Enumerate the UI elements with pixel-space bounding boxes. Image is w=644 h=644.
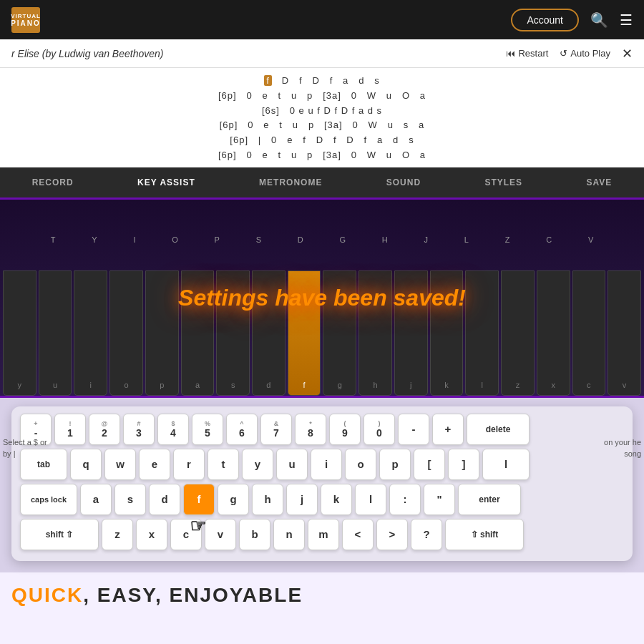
key-f[interactable]: f ☞ bbox=[183, 484, 215, 515]
key-z[interactable]: z bbox=[102, 519, 133, 550]
keyboard-container: Select a $ or by | on your he song + - !… bbox=[0, 398, 644, 572]
key-x[interactable]: x bbox=[136, 519, 167, 550]
key-b[interactable]: b bbox=[239, 519, 270, 550]
key-q[interactable]: q bbox=[70, 449, 102, 480]
piano-label-C: C bbox=[546, 235, 552, 244]
piano-area: T Y I O P S D G H J L Z C V Settings hav… bbox=[0, 197, 644, 398]
highlighted-f: f bbox=[264, 75, 272, 86]
sheet-line-4: [6p] 0 e t u p [3a] 0 W u s a bbox=[0, 118, 644, 133]
header: VIRTUAL PIANO Account 🔍 ☰ bbox=[0, 0, 644, 39]
bottom-section: QUICK, EASY, ENJOYABLE bbox=[0, 572, 644, 618]
close-button[interactable]: ✕ bbox=[622, 46, 633, 62]
key-h[interactable]: h bbox=[252, 484, 283, 515]
key-l[interactable]: l bbox=[355, 484, 386, 515]
toolbar-styles[interactable]: STYLES bbox=[479, 175, 528, 190]
toolbar-record[interactable]: RECORD bbox=[26, 175, 79, 190]
logo: VIRTUAL PIANO bbox=[11, 7, 40, 33]
search-icon[interactable]: 🔍 bbox=[590, 11, 608, 29]
key-w[interactable]: w bbox=[104, 449, 136, 480]
piano-key-y[interactable]: y bbox=[3, 270, 36, 396]
key-enter[interactable]: enter bbox=[458, 484, 521, 515]
key-semicolon[interactable]: : bbox=[389, 484, 421, 515]
key-n[interactable]: n bbox=[273, 519, 305, 550]
key-e[interactable]: e bbox=[139, 449, 170, 480]
header-right: Account 🔍 ☰ bbox=[511, 9, 633, 31]
account-button[interactable]: Account bbox=[511, 9, 579, 31]
piano-label-J: J bbox=[424, 235, 429, 244]
toolbar-key-assist[interactable]: KEY ASSIST bbox=[132, 175, 201, 190]
key-k[interactable]: k bbox=[321, 484, 352, 515]
key-rbracket[interactable]: ] bbox=[448, 449, 479, 480]
piano-key-v[interactable]: v bbox=[608, 270, 641, 396]
key-t[interactable]: t bbox=[208, 449, 239, 480]
key-dash[interactable]: - bbox=[398, 414, 429, 445]
piano-key-u[interactable]: u bbox=[39, 270, 72, 396]
sheet-line-5: [6p] | 0 e f D f D f a d s bbox=[0, 133, 644, 148]
key-u[interactable]: u bbox=[276, 449, 308, 480]
restart-button[interactable]: ⏮ Restart bbox=[506, 48, 548, 59]
key-5[interactable]: % 5 bbox=[192, 414, 223, 445]
key-quote[interactable]: " bbox=[424, 484, 455, 515]
piano-label-O: O bbox=[172, 235, 178, 244]
piano-key-c[interactable]: c bbox=[572, 270, 606, 396]
piano-key-o[interactable]: o bbox=[109, 270, 143, 396]
key-caps-lock[interactable]: caps lock bbox=[20, 484, 77, 515]
piano-key-x[interactable]: x bbox=[537, 270, 570, 396]
piano-key-i[interactable]: i bbox=[74, 270, 107, 396]
piano-label-S: S bbox=[256, 235, 261, 244]
key-y[interactable]: y bbox=[242, 449, 273, 480]
menu-icon[interactable]: ☰ bbox=[620, 11, 633, 29]
sheet-line-3: [6s] 0 e u f D f D f a d s bbox=[0, 104, 644, 119]
logo-piano: PIANO bbox=[11, 19, 41, 27]
key-g[interactable]: g bbox=[218, 484, 249, 515]
key-d[interactable]: d bbox=[149, 484, 180, 515]
bottom-title: QUICK, EASY, ENJOYABLE bbox=[11, 584, 633, 607]
key-a[interactable]: a bbox=[80, 484, 112, 515]
key-lbracket[interactable]: [ bbox=[414, 449, 445, 480]
piano-label-L: L bbox=[464, 235, 469, 244]
song-controls: ⏮ Restart ↺ Auto Play ✕ bbox=[506, 46, 633, 62]
piano-label-V: V bbox=[588, 235, 593, 244]
piano-label-D: D bbox=[298, 235, 303, 244]
key-p[interactable]: p bbox=[379, 449, 411, 480]
key-9[interactable]: ( 9 bbox=[329, 414, 361, 445]
key-c[interactable]: c bbox=[170, 519, 202, 550]
key-equal[interactable]: + bbox=[432, 414, 464, 445]
key-i[interactable]: i bbox=[311, 449, 342, 480]
piano-label-I: I bbox=[133, 235, 135, 244]
key-3[interactable]: # 3 bbox=[123, 414, 155, 445]
toolbar-metronome[interactable]: METRONOME bbox=[253, 175, 328, 190]
song-bar: r Elise (by Ludwig van Beethoven) ⏮ Rest… bbox=[0, 39, 644, 68]
key-0[interactable]: ) 0 bbox=[364, 414, 395, 445]
key-l-right[interactable]: l bbox=[482, 449, 530, 480]
key-shift-right[interactable]: ⇧ shift bbox=[445, 519, 524, 550]
key-7[interactable]: & 7 bbox=[260, 414, 292, 445]
toolbar-save[interactable]: SAVE bbox=[580, 175, 618, 190]
autoplay-button[interactable]: ↺ Auto Play bbox=[560, 48, 610, 59]
key-o[interactable]: o bbox=[345, 449, 376, 480]
key-lt[interactable]: < bbox=[342, 519, 374, 550]
key-1[interactable]: ! 1 bbox=[54, 414, 86, 445]
key-question[interactable]: ? bbox=[411, 519, 442, 550]
key-gt[interactable]: > bbox=[376, 519, 408, 550]
key-4[interactable]: $ 4 bbox=[157, 414, 189, 445]
key-s[interactable]: s bbox=[114, 484, 146, 515]
piano-key-l[interactable]: l bbox=[465, 270, 499, 396]
key-2[interactable]: @ 2 bbox=[89, 414, 120, 445]
piano-key-z[interactable]: z bbox=[501, 270, 535, 396]
sheet-line-6: [6p] 0 e t u p [3a] 0 W u O a bbox=[0, 148, 644, 163]
key-8[interactable]: * 8 bbox=[295, 414, 326, 445]
piano-label-P: P bbox=[215, 235, 220, 244]
piano-label-Z: Z bbox=[505, 235, 510, 244]
on-screen-keyboard: + - ! 1 @ 2 # 3 $ 4 % 5 bbox=[11, 406, 633, 561]
key-6[interactable]: ^ 6 bbox=[226, 414, 258, 445]
key-v[interactable]: v bbox=[205, 519, 236, 550]
piano-key-p[interactable]: p bbox=[145, 270, 179, 396]
toolbar-sound[interactable]: SOUND bbox=[381, 175, 426, 190]
piano-label-Y: Y bbox=[92, 235, 97, 244]
key-delete[interactable]: delete bbox=[467, 414, 530, 445]
key-shift-left[interactable]: shift ⇧ bbox=[20, 519, 99, 550]
key-r[interactable]: r bbox=[173, 449, 205, 480]
key-j[interactable]: j bbox=[286, 484, 318, 515]
key-m[interactable]: m bbox=[308, 519, 339, 550]
